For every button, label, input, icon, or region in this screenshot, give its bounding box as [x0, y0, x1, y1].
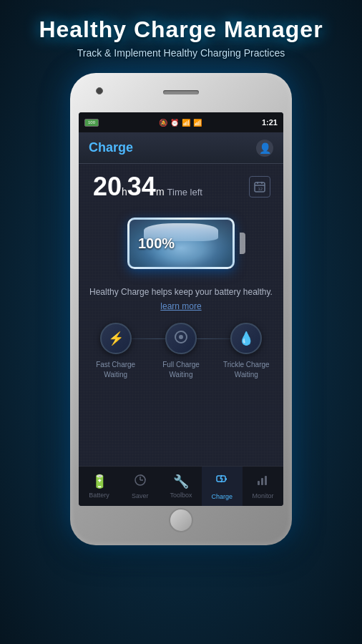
learn-more-link[interactable]: learn more — [160, 301, 201, 311]
trickle-charge-circle: 💧 — [230, 323, 262, 354]
header-section: Healthy Charge Manager Track & Implement… — [0, 0, 362, 66]
wifi-icon: 📶 — [182, 119, 190, 127]
app-bar: Charge 👤 — [79, 132, 283, 164]
battery-tip — [240, 233, 245, 254]
full-charge-label: Full Charge Waiting — [154, 360, 207, 380]
trickle-charge-label: Trickle Charge Waiting — [220, 360, 273, 380]
battery-percent: 100% — [138, 235, 175, 252]
svg-rect-15 — [258, 481, 260, 485]
phone-outer: 100 🔕 ⏰ 📶 📶 1:21 Charge 👤 — [70, 73, 292, 545]
nav-battery[interactable]: 🔋 Battery — [79, 467, 119, 506]
saver-nav-label: Saver — [132, 492, 149, 499]
app-title: Healthy Charge Manager — [14, 16, 348, 43]
time-label: Time left — [167, 187, 202, 197]
battery-visual: 100% — [124, 211, 238, 275]
phone-wrapper: 100 🔕 ⏰ 📶 📶 1:21 Charge 👤 — [70, 73, 292, 545]
status-bar: 100 🔕 ⏰ 📶 📶 1:21 — [79, 112, 283, 132]
charge-modes: ⚡ Fast Charge Waiting — [86, 323, 276, 380]
nav-saver[interactable]: Saver — [119, 467, 160, 506]
fast-charge-label: Fast Charge Waiting — [89, 360, 142, 380]
time-left-group: 20 h 34 m Time left — [93, 174, 202, 200]
time-left-row: 20 h 34 m Time left 12 — [86, 174, 276, 200]
status-icons: 🔕 ⏰ 📶 📶 — [159, 119, 202, 127]
battery-label: 100 — [88, 120, 95, 125]
fast-charge-circle: ⚡ — [100, 323, 132, 354]
mute-icon: 🔕 — [159, 119, 167, 127]
nav-charge[interactable]: Charge — [202, 467, 243, 506]
nav-toolbox[interactable]: 🔧 Toolbox — [160, 467, 201, 506]
toolbox-nav-label: Toolbox — [170, 492, 192, 499]
charge-nav-icon — [215, 473, 229, 491]
full-charge-mode[interactable]: Full Charge Waiting — [154, 323, 207, 380]
screen-content: 20 h 34 m Time left 12 — [79, 164, 283, 466]
signal-icon: 📶 — [193, 119, 202, 127]
svg-point-6 — [179, 335, 183, 339]
calendar-icon[interactable]: 12 — [249, 176, 270, 197]
bottom-nav: 🔋 Battery Saver 🔧 — [79, 466, 283, 506]
alarm-icon: ⏰ — [170, 119, 179, 127]
phone-screen: 100 🔕 ⏰ 📶 📶 1:21 Charge 👤 — [79, 112, 283, 506]
svg-rect-11 — [225, 478, 227, 480]
trickle-charge-mode[interactable]: 💧 Trickle Charge Waiting — [220, 323, 273, 380]
svg-text:12: 12 — [258, 187, 263, 191]
phone-camera — [96, 87, 103, 94]
nav-monitor[interactable]: Monitor — [243, 467, 283, 506]
time-display: 1:21 — [262, 118, 278, 127]
app-bar-title: Charge — [89, 140, 133, 155]
trickle-charge-icon: 💧 — [238, 331, 254, 346]
charge-nav-label: Charge — [211, 493, 233, 500]
svg-rect-17 — [265, 476, 267, 485]
svg-rect-16 — [261, 478, 263, 485]
toolbox-nav-icon: 🔧 — [173, 474, 189, 489]
battery-nav-icon: 🔋 — [92, 474, 107, 489]
battery-nav-label: Battery — [89, 492, 109, 499]
fast-charge-icon: ⚡ — [108, 331, 124, 346]
battery-body: 100% — [127, 218, 235, 269]
full-charge-circle — [165, 323, 197, 354]
fast-charge-mode[interactable]: ⚡ Fast Charge Waiting — [89, 323, 142, 380]
saver-nav-icon — [134, 474, 147, 490]
monitor-nav-label: Monitor — [252, 492, 273, 499]
minutes-unit: m — [156, 186, 165, 197]
time-minutes: 34 — [127, 174, 156, 200]
phone-speaker — [163, 90, 199, 94]
time-hours: 20 — [93, 174, 122, 200]
user-icon[interactable]: 👤 — [256, 140, 273, 157]
app-subtitle: Track & Implement Healthy Charging Pract… — [14, 47, 348, 59]
healthy-description: Healthy Charge helps keep your battery h… — [89, 286, 273, 298]
hours-unit: h — [122, 186, 127, 197]
full-charge-icon — [173, 329, 189, 348]
monitor-nav-icon — [256, 474, 269, 490]
battery-indicator: 100 — [84, 119, 99, 127]
phone-home-button[interactable] — [169, 508, 193, 532]
